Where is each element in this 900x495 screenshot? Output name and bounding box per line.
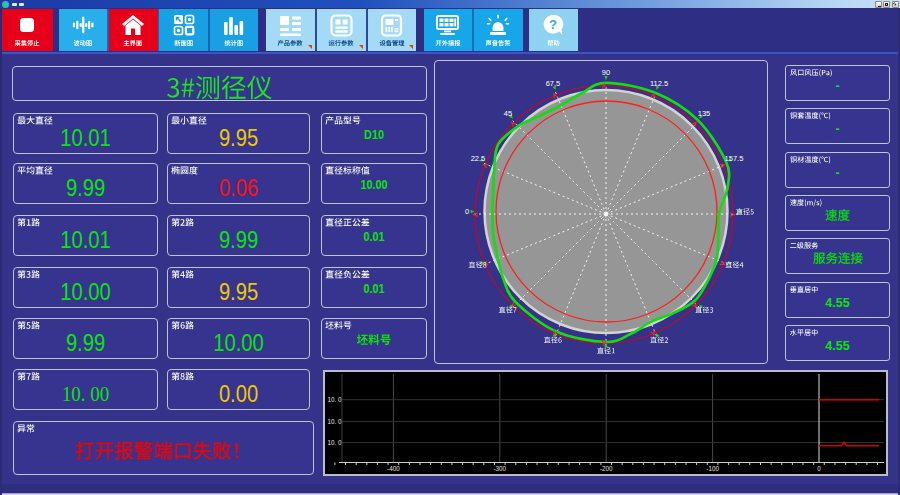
svg-text:10. 0: 10. 0 <box>328 396 343 403</box>
svg-text:-300: -300 <box>493 465 506 472</box>
svg-text:0: 0 <box>465 207 469 216</box>
svg-text:?: ? <box>549 17 557 32</box>
svg-text:10. 0: 10. 0 <box>328 418 343 425</box>
svg-text:112.5: 112.5 <box>650 79 668 88</box>
svg-text:45: 45 <box>504 109 512 118</box>
svg-text:-200: -200 <box>600 465 613 472</box>
svg-text:90: 90 <box>602 68 610 77</box>
svg-text:22.5: 22.5 <box>471 154 486 163</box>
svg-text:157.5: 157.5 <box>725 154 744 163</box>
svg-text:0: 0 <box>817 465 821 472</box>
svg-text:-400: -400 <box>387 465 400 472</box>
svg-text:67.5: 67.5 <box>546 79 561 88</box>
svg-text:-100: -100 <box>706 465 719 472</box>
svg-text:10. 0: 10. 0 <box>328 439 343 446</box>
svg-text:135: 135 <box>698 109 711 118</box>
